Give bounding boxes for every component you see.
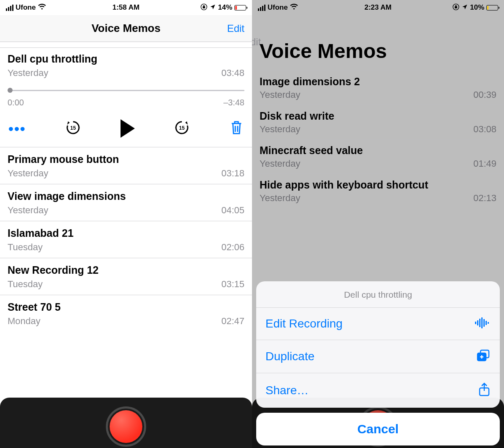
memo-list[interactable]: Dell cpu throttling Yesterday 03:48 0:00… bbox=[0, 42, 252, 332]
memo-title: Disk read write bbox=[260, 110, 496, 122]
record-footer bbox=[0, 398, 252, 448]
svg-rect-12 bbox=[488, 322, 489, 324]
list-item[interactable]: Islamabad 21 Tuesday02:06 bbox=[0, 221, 252, 258]
page-title: Voice Memos bbox=[92, 22, 160, 35]
status-bar: Ufone 2:23 AM 10% bbox=[252, 0, 504, 15]
phone-right: Ufone 2:23 AM 10% Edit Voice Memos bbox=[252, 0, 504, 448]
memo-subtitle: Yesterday bbox=[8, 205, 48, 216]
memo-duration: 00:39 bbox=[473, 89, 496, 100]
battery-icon bbox=[486, 5, 498, 10]
list-item[interactable]: Disk read write Yesterday03:08 bbox=[252, 105, 504, 139]
svg-rect-8 bbox=[479, 319, 480, 327]
svg-text:15: 15 bbox=[179, 125, 185, 131]
memo-subtitle: Yesterday bbox=[260, 89, 300, 100]
battery-icon bbox=[234, 5, 246, 10]
memo-title: New Recording 12 bbox=[8, 264, 244, 276]
svg-rect-11 bbox=[486, 321, 487, 325]
sheet-title: Dell cpu throttling bbox=[256, 281, 500, 308]
svg-rect-6 bbox=[475, 322, 476, 324]
status-bar: Ufone 1:58 AM 14% bbox=[0, 0, 252, 15]
edit-button[interactable]: Edit bbox=[227, 23, 244, 34]
memo-duration: 02:47 bbox=[221, 316, 244, 327]
svg-text:15: 15 bbox=[71, 125, 76, 131]
sheet-row-label: Share… bbox=[265, 384, 309, 397]
clock-label: 1:58 AM bbox=[113, 3, 140, 11]
skip-forward-15-button[interactable]: 15 bbox=[173, 119, 190, 138]
scrubber[interactable] bbox=[8, 86, 244, 94]
memo-subtitle: Yesterday bbox=[260, 124, 300, 135]
memo-duration: 03:08 bbox=[473, 124, 496, 135]
cancel-label: Cancel bbox=[357, 422, 399, 436]
memo-title: View image dimensions bbox=[8, 190, 244, 202]
memo-subtitle: Yesterday bbox=[260, 158, 300, 169]
memo-title: Hide apps with keyboard shortcut bbox=[260, 179, 496, 191]
list-item[interactable]: Minecraft seed value Yesterday01:49 bbox=[252, 139, 504, 174]
duplicate-button[interactable]: Duplicate bbox=[256, 340, 500, 373]
memo-duration: 03:48 bbox=[221, 68, 244, 79]
list-item[interactable] bbox=[0, 42, 252, 48]
sheet-row-label: Edit Recording bbox=[265, 317, 343, 330]
skip-back-15-button[interactable]: 15 bbox=[65, 119, 81, 138]
memo-title: Image dimensions 2 bbox=[260, 76, 496, 88]
memo-title: Minecraft seed value bbox=[260, 144, 496, 157]
page-title: Voice Memos bbox=[252, 27, 504, 70]
memo-duration: 02:06 bbox=[221, 242, 244, 253]
edit-recording-button[interactable]: Edit Recording bbox=[256, 308, 500, 340]
expanded-memo: Dell cpu throttling Yesterday 03:48 0:00… bbox=[0, 48, 252, 147]
scrubber-remaining: –3:48 bbox=[223, 98, 244, 107]
play-button[interactable] bbox=[121, 119, 135, 138]
list-item[interactable]: Hide apps with keyboard shortcut Yesterd… bbox=[252, 174, 504, 208]
cancel-button[interactable]: Cancel bbox=[256, 413, 500, 445]
memo-title: Islamabad 21 bbox=[8, 227, 244, 239]
nav-bar: Voice Memos Edit bbox=[0, 15, 252, 42]
list-item[interactable]: View image dimensions Yesterday04:05 bbox=[0, 184, 252, 221]
memo-title[interactable]: Dell cpu throttling bbox=[8, 53, 244, 65]
delete-button[interactable] bbox=[229, 119, 244, 138]
memo-subtitle: Yesterday bbox=[260, 193, 300, 204]
waveform-icon bbox=[475, 317, 491, 330]
memo-duration: 04:05 bbox=[221, 205, 244, 216]
svg-rect-9 bbox=[481, 317, 483, 328]
svg-rect-10 bbox=[483, 319, 485, 327]
share-icon bbox=[478, 383, 491, 398]
memo-duration: 03:15 bbox=[221, 279, 244, 290]
memo-duration: 02:13 bbox=[473, 193, 496, 204]
more-button[interactable]: ••• bbox=[8, 126, 26, 131]
memo-subtitle: Yesterday bbox=[8, 68, 48, 79]
memo-subtitle: Tuesday bbox=[8, 279, 43, 290]
svg-rect-7 bbox=[477, 320, 478, 325]
memo-list[interactable]: Image dimensions 2 Yesterday00:39 Disk r… bbox=[252, 70, 504, 208]
memo-title: Primary mouse button bbox=[8, 153, 244, 165]
list-item[interactable]: Image dimensions 2 Yesterday00:39 bbox=[252, 71, 504, 105]
scrubber-position: 0:00 bbox=[8, 98, 24, 107]
duplicate-icon bbox=[476, 349, 491, 364]
memo-subtitle: Monday bbox=[8, 316, 40, 327]
action-sheet: Dell cpu throttling Edit Recording Dupli… bbox=[252, 281, 504, 448]
memo-title: Street 70 5 bbox=[8, 301, 244, 313]
clock-label: 2:23 AM bbox=[365, 3, 392, 11]
list-item[interactable]: Street 70 5 Monday02:47 bbox=[0, 295, 252, 332]
list-item[interactable]: Primary mouse button Yesterday03:18 bbox=[0, 147, 252, 184]
list-item[interactable]: New Recording 12 Tuesday03:15 bbox=[0, 258, 252, 295]
memo-subtitle: Tuesday bbox=[8, 242, 43, 253]
phone-left: Ufone 1:58 AM 14% Voice Memos Edit Dell … bbox=[0, 0, 252, 448]
sheet-row-label: Duplicate bbox=[265, 350, 315, 363]
memo-duration: 01:49 bbox=[473, 158, 496, 169]
record-button[interactable] bbox=[106, 406, 146, 447]
share-button[interactable]: Share… bbox=[256, 373, 500, 408]
memo-duration: 03:18 bbox=[221, 168, 244, 179]
memo-subtitle: Yesterday bbox=[8, 168, 48, 179]
